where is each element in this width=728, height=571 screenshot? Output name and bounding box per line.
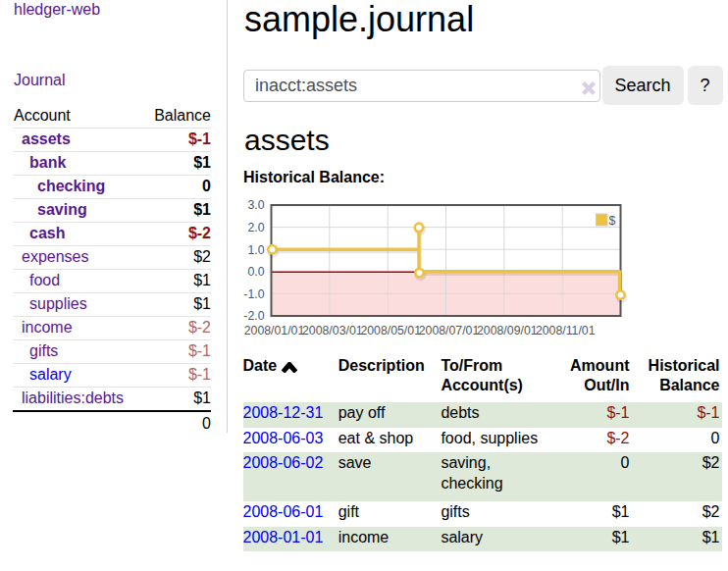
svg-text:2008/01/01: 2008/01/01 xyxy=(244,324,305,337)
svg-text:$: $ xyxy=(609,214,616,228)
svg-text:2008/07/01: 2008/07/01 xyxy=(419,324,480,337)
svg-text:2008/05/01: 2008/05/01 xyxy=(360,324,421,337)
svg-text:1.0: 1.0 xyxy=(247,243,264,257)
svg-text:2008/11/01: 2008/11/01 xyxy=(536,324,596,337)
svg-text:0.0: 0.0 xyxy=(247,265,264,279)
svg-text:3.0: 3.0 xyxy=(247,198,264,212)
svg-text:2008/09/01: 2008/09/01 xyxy=(477,324,538,337)
svg-text:2008/03/01: 2008/03/01 xyxy=(302,324,363,337)
svg-text:2.0: 2.0 xyxy=(247,221,264,234)
svg-text:-2.0: -2.0 xyxy=(243,309,264,323)
svg-text:-1.0: -1.0 xyxy=(243,287,264,301)
